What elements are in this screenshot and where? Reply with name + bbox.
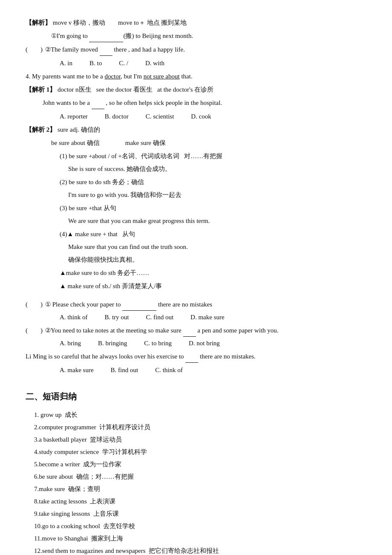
exercise1-row: ( ) ① Please check your paper to there a… [26,299,366,323]
move-opt-b: B. to [89,58,102,69]
underline-doctor: doctor [104,73,121,80]
bracket-move2: ( ) [26,44,43,55]
sure-item4-cn: 确保你能很快找出真相。 [68,254,366,266]
sure-item1-text: (1) be sure +about / of +名词、代词或动名词 对……有把… [60,150,366,162]
blank-liming [185,351,198,363]
sure-item4-text: (4)▲ make sure + that 从句 [60,228,366,240]
ex1-bracket-row: ( ) ① Please check your paper to there a… [26,299,366,311]
liming-opt-c: C. think of [155,364,183,376]
sure-item3-example: We are sure that you can make great prog… [68,215,366,227]
ex2-options: A. bring B. bringing C. to bring D. not … [60,338,366,349]
move-exercise2-text: ②The family moved there , and had a happ… [45,44,185,56]
phrase-9: 9.take singing lessons 上音乐课 [34,508,366,520]
jiexi2-sure-block: 【解析 2】 sure adj. 确信的 be sure about 确信 ma… [26,124,366,292]
phrase-2: 2.computer programmer 计算机程序设计员 [34,422,366,433]
jiexi1-content: doctor n医生 see the doctor 看医生 at the doc… [58,86,213,93]
ex2-opt-d: D. not bring [189,338,220,349]
liming-opt-a: A. make sure [60,364,94,376]
sure-item3: (3) be sure +that 从句 We are sure that yo… [26,202,366,227]
bracket-ex1: ( ) [26,299,43,310]
phrase-10: 10.go to a cooking school 去烹饪学校 [34,520,366,532]
ex1-opt-b: B. try out [104,312,129,323]
jiexi2-label: 【解析 2】 [26,126,56,133]
exercises-block: ( ) ① Please check your paper to there a… [26,299,366,376]
liming-options: A. make sure B. find out C. think of [60,364,366,376]
jiexi2-sure-content: sure adj. 确信的 [58,126,100,133]
blank2 [100,44,112,56]
ex2-opt-a: A. bring [60,338,81,349]
sure-item1-example: She is sure of success. 她确信会成功。 [68,163,366,175]
sure-item1: (1) be sure +about / of +名词、代词或动名词 对……有把… [26,150,366,175]
sure-extra2: ▲ make sure of sb./ sth 弄清楚某人/事 [60,280,366,292]
liming-opt-b: B. find out [111,364,138,376]
ex2-opt-b: B. bringing [98,338,127,349]
move-opt-a: A. in [60,58,72,69]
jiexi1-opt-a: A. reporter [60,111,88,122]
phrase-list: 1. grow up 成长 2.computer programmer 计算机程… [34,409,366,555]
move-exercise2-row: ( ) ②The family moved there , and had a … [26,44,366,56]
sure-extra1: ▲make sure to do sth 务必干…… [60,267,366,279]
phrase-3: 3.a basketball player 篮球运动员 [34,434,366,445]
move-opt-c: C. / [119,58,128,69]
move-options: A. in B. to C. / D. with [60,58,366,69]
sure-item3-text: (3) be sure +that 从句 [60,202,366,214]
jiexi1-opt-d: D. cook [191,111,211,122]
phrase-11: 11.move to Shanghai 搬家到上海 [34,533,366,544]
ex2-bracket-row: ( ) ②You need to take notes at the meeti… [26,325,366,337]
jiexi-move-header: 【解析】 move v 移动，搬动 move to＋ 地点 搬到某地 [26,17,366,29]
move-opt-d: D. with [145,58,164,69]
sure-item2: (2) be sure to do sth 务必；确信 I'm sure to … [26,176,366,201]
ex2-opt-c: C. to bring [144,338,172,349]
item4-block: 4. My parents want me to be a doctor, bu… [26,71,366,82]
blank-doctor [92,97,104,109]
liming-text: Li Ming is so careful that he always loo… [26,351,366,363]
ex1-opt-a: A. think of [60,312,87,323]
blank-ex2 [183,325,196,337]
bracket-ex2: ( ) [26,325,43,336]
sure-item2-example: I'm sure to go with you. 我确信和你一起去 [68,189,366,201]
ex1-opt-c: C. find out [146,312,174,323]
jiexi1-label: 【解析 1】 [26,86,56,93]
jiexi1-doctor-block: 【解析 1】 doctor n医生 see the doctor 看医生 at … [26,84,366,122]
jiexi1-opt-c: C. scientist [146,111,174,122]
move-example1: ①I'm going to (搬) to Beijing next month. [51,30,366,42]
jiexi1-opt-b: B. doctor [105,111,129,122]
phrase-12: 12.send them to magazines and newspapers… [34,545,366,555]
jiexi1-doctor-header: 【解析 1】 doctor n医生 see the doctor 看医生 at … [26,84,366,95]
ex1-text: ① Please check your paper to there are n… [45,299,212,311]
item4-text: 4. My parents want me to be a doctor, bu… [26,71,366,82]
phrase-1: 1. grow up 成长 [34,409,366,421]
ex1-opt-d: D. make sure [190,312,225,323]
section2-block: 二、短语归纳 1. grow up 成长 2.computer programm… [26,389,366,555]
ex1-options: A. think of B. try out C. find out D. ma… [60,312,366,323]
section2-title: 二、短语归纳 [26,389,366,404]
phrase-5: 5.become a writer 成为一位作家 [34,459,366,470]
sure-item2-text: (2) be sure to do sth 务必；确信 [60,176,366,188]
jiexi2-sure-header: 【解析 2】 sure adj. 确信的 [26,124,366,136]
sure-item4-example: Make sure that you can find out the trut… [68,241,366,253]
jiexi-label: 【解析】 [26,19,51,26]
blank-ex1 [122,299,156,311]
phrase-7: 7.make sure 确保；查明 [34,483,366,495]
jiexi-move-block: 【解析】 move v 移动，搬动 move to＋ 地点 搬到某地 ①I'm … [26,17,366,69]
ex2-text: ②You need to take notes at the meeting s… [45,325,279,337]
blank1 [89,30,123,42]
phrase-6: 6.be sure about 确信；对……有把握 [34,471,366,483]
section2-title-text: 二、短语归纳 [26,389,77,404]
underline-notsure: not sure about [144,73,180,80]
jiexi1-example: John wants to be a , so he often helps s… [43,97,366,109]
phrase-8: 8.take acting lessons 上表演课 [34,496,366,507]
jiexi1-options: A. reporter B. doctor C. scientist D. co… [60,111,366,122]
jiexi-move-content: move v 移动，搬动 move to＋ 地点 搬到某地 [53,19,187,26]
exercise2-row: ( ) ②You need to take notes at the meeti… [26,325,366,349]
sure-phrases: be sure about 确信 make sure 确保 [51,137,366,149]
phrase-4: 4.study computer science 学习计算机科学 [34,446,366,458]
sure-item4: (4)▲ make sure + that 从句 Make sure that … [26,228,366,266]
